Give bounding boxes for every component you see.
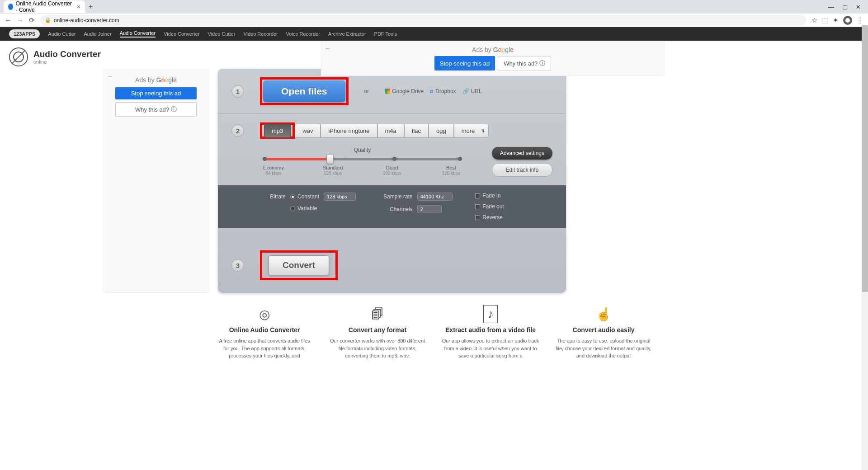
ad-banner-left: ← Ads by Google Stop seeing this ad Why …: [103, 69, 209, 293]
puzzle-icon[interactable]: ✦: [833, 16, 839, 24]
reverse-checkbox[interactable]: Reverse: [475, 214, 504, 221]
minimize-icon[interactable]: —: [828, 4, 834, 10]
slider-fill: [263, 158, 329, 160]
bitrate-variable-radio[interactable]: Variable: [290, 205, 317, 212]
sample-rate-label: Sample rate: [378, 193, 413, 200]
features-row: ◎ Online Audio Converter A free online a…: [0, 293, 868, 364]
url-field[interactable]: 🔒 online-audio-converter.com: [40, 15, 806, 26]
extension-icon[interactable]: ⬚: [822, 16, 828, 24]
window-controls: — ▢ ✕: [828, 4, 864, 10]
feature-card: ☝ Convert audio easily The app is easy t…: [549, 306, 658, 360]
tab-title: Online Audio Converter - Conve: [16, 0, 74, 13]
feature-card: 🗐 Convert any format Our converter works…: [323, 306, 432, 360]
page-subtitle: online: [33, 59, 101, 65]
audio-converter-icon: ◎: [216, 306, 313, 322]
star-icon[interactable]: ☆: [811, 16, 817, 24]
fade-in-checkbox[interactable]: Fade in: [475, 193, 504, 199]
stop-seeing-ad-button[interactable]: Stop seeing this ad: [115, 87, 197, 99]
new-tab-button[interactable]: +: [89, 3, 93, 11]
brand-badge[interactable]: 123APPS: [9, 29, 40, 38]
format-tab-ogg[interactable]: ogg: [429, 124, 454, 138]
dropbox-icon: ⧈: [430, 88, 434, 94]
why-this-ad-button[interactable]: Why this ad? ⓘ: [115, 102, 197, 117]
nav-video-converter[interactable]: Video Converter: [164, 31, 199, 37]
channels-label: Channels: [378, 206, 413, 212]
quality-slider[interactable]: [263, 158, 462, 160]
lock-icon: 🔒: [45, 17, 51, 23]
format-tab-flac[interactable]: flac: [404, 124, 429, 138]
feature-desc: A free online app that converts audio fi…: [216, 337, 313, 360]
highlight-annotation: Open files: [260, 77, 349, 105]
favicon: [8, 4, 13, 10]
tap-icon: ☝: [555, 306, 652, 322]
ads-by-label: Ads by Google: [109, 76, 203, 84]
close-window-icon[interactable]: ✕: [856, 4, 861, 10]
scrollbar-thumb[interactable]: [862, 25, 868, 292]
nav-video-cutter[interactable]: Video Cutter: [208, 31, 235, 37]
scrollbar[interactable]: [862, 25, 868, 364]
nav-archive-extractor[interactable]: Archive Extractor: [328, 31, 366, 37]
google-drive-icon: [385, 89, 390, 94]
forward-icon[interactable]: →: [17, 16, 24, 24]
edit-track-info-button[interactable]: Edit track info: [492, 163, 552, 177]
ad-back-icon[interactable]: ←: [107, 73, 113, 80]
convert-button[interactable]: Convert: [269, 255, 329, 275]
feature-card: ◎ Online Audio Converter A free online a…: [210, 306, 319, 360]
site-topnav: 123APPS Audio Cutter Audio Joiner Audio …: [0, 27, 868, 41]
format-tab-mp3[interactable]: mp3: [264, 124, 291, 138]
bitrate-constant-radio[interactable]: Constant: [290, 193, 319, 200]
channels-select[interactable]: 2: [417, 205, 442, 213]
url-text: online-audio-converter.com: [54, 17, 119, 24]
maximize-icon[interactable]: ▢: [842, 4, 848, 10]
browser-actions: ☆ ⬚ ✦ ⋮: [811, 16, 863, 25]
url-link[interactable]: 🔗URL: [462, 88, 482, 94]
dropbox-link[interactable]: ⧈Dropbox: [430, 88, 456, 94]
format-tab-iphone[interactable]: iPhone ringtone: [321, 124, 377, 138]
format-tab-m4a[interactable]: m4a: [377, 124, 404, 138]
slider-handle[interactable]: [326, 154, 334, 164]
fade-out-checkbox[interactable]: Fade out: [475, 203, 504, 210]
nav-audio-cutter[interactable]: Audio Cutter: [48, 31, 75, 37]
nav-audio-converter[interactable]: Audio Converter: [120, 30, 156, 38]
step-3: 3 Convert: [218, 228, 566, 293]
address-bar: ← → ⟳ 🔒 online-audio-converter.com ☆ ⬚ ✦…: [0, 14, 868, 27]
open-files-button[interactable]: Open files: [263, 80, 345, 102]
converter-panel: 1 Open files or Google Drive ⧈Dropbox 🔗U…: [218, 69, 566, 293]
quality-label: Quality: [260, 147, 465, 153]
quality-marks: Economy64 kbps Standard128 kbps Good192 …: [260, 165, 465, 176]
browser-chrome: Online Audio Converter - Conve × + — ▢ ✕…: [0, 0, 868, 27]
nav-audio-joiner[interactable]: Audio Joiner: [84, 31, 111, 37]
ad-back-icon[interactable]: ←: [325, 45, 331, 52]
format-tab-wav[interactable]: wav: [295, 124, 321, 138]
info-icon: ⓘ: [539, 59, 545, 67]
music-note-icon: ♪: [442, 306, 539, 322]
tab-bar: Online Audio Converter - Conve × + — ▢ ✕: [0, 0, 868, 14]
google-drive-link[interactable]: Google Drive: [385, 88, 424, 94]
feature-title: Convert audio easily: [555, 326, 652, 334]
feature-title: Extract audio from a video file: [442, 326, 539, 334]
sample-rate-select[interactable]: 44100 Khz: [417, 193, 453, 201]
feature-desc: Our converter works with over 300 differ…: [329, 337, 426, 360]
feature-desc: The app is easy to use: upload the origi…: [555, 337, 652, 360]
nav-voice-recorder[interactable]: Voice Recorder: [286, 31, 320, 37]
back-icon[interactable]: ←: [5, 16, 11, 24]
quality-slider-area: Quality Economy64 kbps Standard128 kbp: [260, 147, 465, 177]
reload-icon[interactable]: ⟳: [29, 16, 35, 24]
link-icon: 🔗: [462, 88, 469, 94]
highlight-annotation: mp3: [260, 122, 295, 139]
feature-title: Online Audio Converter: [216, 326, 313, 334]
profile-icon[interactable]: [843, 16, 852, 25]
menu-icon[interactable]: ⋮: [857, 16, 863, 24]
nav-pdf-tools[interactable]: PDF Tools: [374, 31, 397, 37]
advanced-settings-button[interactable]: Advanced settings: [492, 147, 552, 160]
step-number: 2: [231, 124, 244, 137]
page-title: Audio Converter: [33, 49, 101, 59]
step-2: 2 mp3 wav iPhone ringtone m4a flac ogg m…: [218, 114, 566, 185]
bitrate-select[interactable]: 128 kbps: [324, 193, 356, 201]
nav-video-recorder[interactable]: Video Recorder: [243, 31, 278, 37]
close-icon[interactable]: ×: [77, 3, 80, 10]
app-logo-icon: [9, 47, 28, 66]
format-tab-more[interactable]: more: [454, 124, 489, 138]
browser-tab[interactable]: Online Audio Converter - Conve ×: [4, 0, 85, 13]
app-title-block: Audio Converter online: [9, 47, 101, 66]
